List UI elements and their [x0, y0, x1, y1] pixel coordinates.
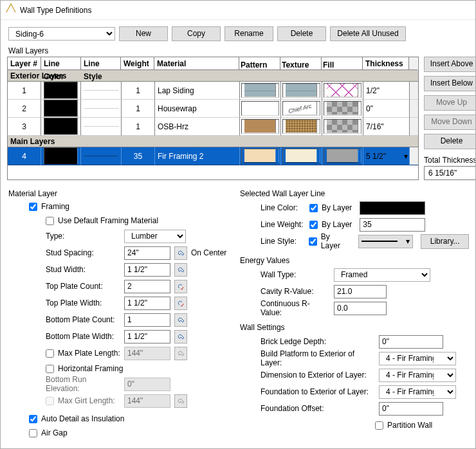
table-row-selected[interactable]: 4 35 Fir Framing 2 5 1/2"▾: [8, 147, 418, 165]
move-down-button[interactable]: Move Down: [424, 115, 476, 130]
bottom-run-elev-input: [124, 378, 170, 391]
horizontal-framing-checkbox[interactable]: [46, 365, 54, 373]
partition-wall-label: Partition Wall: [387, 421, 432, 430]
use-default-framing-label: Use Default Framing Material: [58, 216, 158, 225]
energy-wall-type-select[interactable]: Framed: [334, 268, 430, 282]
on-center-label: On Center: [191, 248, 226, 257]
air-gap-checkbox[interactable]: [29, 429, 37, 437]
wrench-icon[interactable]: [174, 246, 187, 260]
by-layer-label: By Layer: [322, 203, 352, 212]
brick-ledge-input[interactable]: [379, 335, 443, 349]
dropdown-icon[interactable]: ▾: [404, 152, 408, 161]
line-weight-input[interactable]: [360, 218, 425, 232]
wall-layers-grid[interactable]: Layer # Line Color Line Style Weight Mat…: [7, 57, 419, 180]
by-layer-label: By Layer: [322, 220, 352, 229]
max-girt-length-checkbox: [46, 397, 54, 405]
use-default-framing-checkbox[interactable]: [46, 217, 54, 225]
max-plate-length-input: [124, 347, 170, 360]
foundation-exterior-label: Foundation to Exterior of Layer:: [261, 387, 375, 396]
insert-above-button[interactable]: Insert Above: [424, 57, 476, 72]
continuous-r-input[interactable]: [334, 302, 387, 315]
delete-button[interactable]: Delete: [277, 26, 326, 41]
insert-below-button[interactable]: Insert Below: [424, 76, 476, 91]
brick-ledge-label: Brick Ledge Depth:: [261, 337, 375, 346]
selected-layer-line-legend: Selected Wall Layer Line: [240, 189, 469, 198]
scrollbar-stub: [409, 57, 417, 70]
delete-layer-button[interactable]: Delete: [424, 134, 476, 149]
max-girt-length-label: Max Girt Length:: [58, 396, 120, 405]
build-platform-select[interactable]: 4 - Fir Framing 2: [379, 352, 456, 365]
line-style-by-layer-checkbox[interactable]: [309, 237, 317, 246]
col-fill[interactable]: Fill: [322, 57, 363, 70]
wrench-icon[interactable]: [174, 330, 187, 344]
col-texture[interactable]: Texture: [280, 57, 322, 70]
wrench-check-icon[interactable]: [174, 297, 187, 310]
bottom-run-elev-label: Bottom Run Elevation:: [46, 375, 120, 393]
line-weight-by-layer-checkbox[interactable]: [309, 221, 318, 229]
max-plate-length-label: Max Plate Length:: [58, 349, 120, 358]
line-color-swatch[interactable]: [360, 201, 425, 215]
table-row[interactable]: 1 1 Lap Siding 1/2": [8, 82, 418, 100]
wrench-icon[interactable]: [174, 313, 187, 327]
line-color-label: Line Color:: [261, 203, 306, 212]
cavity-r-label: Cavity R-Value:: [261, 287, 330, 296]
top-plate-count-label: Top Plate Count:: [46, 282, 120, 291]
air-gap-label: Air Gap: [41, 428, 68, 437]
col-pattern[interactable]: Pattern: [239, 57, 280, 70]
table-row[interactable]: 3 1 OSB-Hrz 7/16": [8, 118, 418, 136]
line-color-by-layer-checkbox[interactable]: [309, 204, 318, 212]
bottom-plate-count-label: Bottom Plate Count:: [46, 315, 120, 324]
rename-button[interactable]: Rename: [224, 26, 273, 41]
wrench-icon: [174, 394, 187, 408]
new-button[interactable]: New: [119, 26, 168, 41]
framing-label: Framing: [41, 202, 69, 211]
cavity-r-input[interactable]: [334, 285, 387, 298]
top-plate-width-input[interactable]: [124, 297, 170, 310]
delete-all-unused-button[interactable]: Delete All Unused: [330, 26, 406, 41]
dimension-exterior-select[interactable]: 4 - Fir Framing 2: [379, 369, 456, 382]
library-button[interactable]: Library...: [421, 234, 469, 249]
wrench-check-icon[interactable]: [174, 280, 187, 293]
partition-wall-checkbox[interactable]: [375, 421, 383, 430]
wall-layers-legend: Wall Layers: [8, 46, 469, 55]
max-plate-length-checkbox[interactable]: [46, 349, 54, 358]
app-icon: [6, 1, 16, 20]
top-plate-width-label: Top Plate Width:: [46, 298, 120, 307]
wrench-icon[interactable]: [174, 347, 187, 360]
framing-checkbox[interactable]: [29, 203, 37, 211]
continuous-r-label: Continuous R-Value:: [261, 299, 330, 317]
build-platform-label: Build Platform to Exterior of Layer:: [261, 349, 375, 367]
copy-button[interactable]: Copy: [172, 26, 221, 41]
energy-values-legend: Energy Values: [240, 256, 469, 265]
foundation-offset-input[interactable]: [379, 402, 443, 416]
type-select[interactable]: Lumber: [124, 230, 186, 243]
max-girt-length-input: [124, 394, 170, 408]
col-weight[interactable]: Weight: [121, 57, 154, 70]
by-layer-label: By Layer: [321, 232, 351, 250]
line-weight-label: Line Weight:: [261, 220, 306, 229]
col-material[interactable]: Material: [154, 57, 239, 70]
stud-spacing-input[interactable]: [124, 246, 170, 260]
stud-width-label: Stud Width:: [46, 265, 120, 274]
col-line-color[interactable]: Line Color: [41, 57, 81, 70]
wall-settings-legend: Wall Settings: [240, 323, 469, 332]
wrench-icon[interactable]: [174, 263, 187, 277]
total-thickness-label: Total Thickness:: [424, 156, 476, 165]
table-row[interactable]: 2 1 Housewrap 0": [8, 100, 418, 118]
line-style-select[interactable]: ▾: [358, 235, 413, 248]
bottom-plate-count-input[interactable]: [124, 313, 170, 327]
group-main-layers[interactable]: Main Layers: [8, 136, 418, 147]
col-line-style[interactable]: Line Style: [81, 57, 121, 70]
type-label: Type:: [46, 232, 120, 241]
bottom-plate-width-input[interactable]: [124, 330, 170, 344]
col-thickness[interactable]: Thickness: [363, 57, 409, 70]
col-layer-num[interactable]: Layer #: [8, 57, 41, 70]
top-plate-count-input[interactable]: [124, 280, 170, 293]
foundation-exterior-select[interactable]: 4 - Fir Framing 2: [379, 385, 456, 399]
wall-type-select[interactable]: Siding-6: [8, 27, 115, 41]
group-exterior-layers[interactable]: Exterior Layers: [8, 70, 418, 82]
auto-detail-checkbox[interactable]: [29, 415, 37, 423]
dimension-exterior-label: Dimension to Exterior of Layer:: [261, 371, 375, 380]
move-up-button[interactable]: Move Up: [424, 95, 476, 111]
stud-width-input[interactable]: [124, 263, 170, 277]
